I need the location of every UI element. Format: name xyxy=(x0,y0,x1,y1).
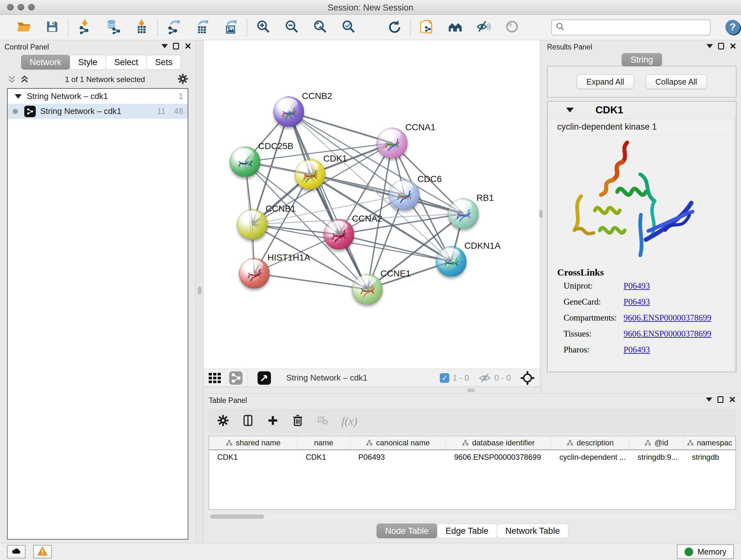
zoom-fit-button[interactable] xyxy=(311,18,329,37)
column-header[interactable]: description xyxy=(551,436,629,449)
network-node-ccne1[interactable]: CCNE1 xyxy=(352,274,383,305)
table-cell[interactable]: cyclin-dependent ... xyxy=(551,450,629,464)
expand-all-button[interactable]: Expand All xyxy=(577,74,634,89)
import-network-from-database-button[interactable] xyxy=(104,18,122,37)
hide-glasspane-button[interactable] xyxy=(475,18,492,37)
crosslink-link[interactable]: P06493 xyxy=(623,345,650,355)
zoom-out-button[interactable] xyxy=(283,18,300,37)
crosslink-link[interactable]: 9606.ENSP00000378699 xyxy=(623,313,711,323)
tab-edge-table[interactable]: Edge Table xyxy=(437,523,497,538)
collapse-all-networks-icon[interactable] xyxy=(20,75,29,84)
import-network-button[interactable] xyxy=(76,18,93,37)
tab-sets[interactable]: Sets xyxy=(146,55,181,70)
tab-style[interactable]: Style xyxy=(70,55,106,70)
crosslink-link[interactable]: P06493 xyxy=(623,281,650,291)
table-cell[interactable]: P06493 xyxy=(350,450,446,464)
table-cell[interactable]: CDK1 xyxy=(209,450,297,464)
crosslink-link[interactable]: 9606.ENSP00000378699 xyxy=(623,329,711,339)
tab-network-table[interactable]: Network Table xyxy=(497,523,569,538)
network-collection-row[interactable]: String Network – cdk1 1 xyxy=(8,89,188,104)
expand-all-networks-icon[interactable] xyxy=(7,75,17,84)
network-node-hist1h1a[interactable]: HIST1H1A xyxy=(239,258,270,289)
refresh-button[interactable] xyxy=(385,18,403,37)
collection-expand-icon[interactable] xyxy=(15,94,22,99)
network-node-ccnb2[interactable]: CCNB2 xyxy=(273,97,304,127)
column-header[interactable]: namespac xyxy=(684,436,736,449)
network-node-ccna2[interactable]: CCNA2 xyxy=(324,219,354,250)
network-options-gear-icon[interactable] xyxy=(178,73,188,85)
warnings-button[interactable] xyxy=(33,545,52,558)
tab-network[interactable]: Network xyxy=(21,55,70,70)
table-horizontal-scrollbar[interactable] xyxy=(209,513,736,520)
panel-collapse-icon[interactable] xyxy=(706,44,713,48)
network-node-cdc6[interactable]: CDC6 xyxy=(389,179,420,210)
open-session-button[interactable] xyxy=(15,18,32,37)
right-splitter[interactable] xyxy=(540,40,542,393)
zoom-in-button[interactable] xyxy=(254,18,272,37)
network-node-cdc25b[interactable]: CDC25B xyxy=(230,146,260,177)
delete-column-icon[interactable] xyxy=(292,415,304,428)
gene-collapse-icon[interactable] xyxy=(566,108,574,112)
network-edge[interactable] xyxy=(289,112,392,143)
zoom-selected-button[interactable] xyxy=(340,18,357,37)
toolbar-search[interactable] xyxy=(551,19,711,36)
node-table[interactable]: shared namenamecanonical namedatabase id… xyxy=(209,436,736,509)
column-header[interactable]: database identifier xyxy=(446,436,551,449)
panel-collapse-icon[interactable] xyxy=(706,397,712,401)
selected-checkbox-icon[interactable]: ✓ xyxy=(440,373,449,383)
network-node-cdk1[interactable]: CDK1 xyxy=(295,159,326,190)
export-table-button[interactable] xyxy=(193,18,211,37)
panel-close-icon[interactable]: ✕ xyxy=(184,43,192,50)
panel-collapse-icon[interactable] xyxy=(161,44,168,48)
panel-float-icon[interactable] xyxy=(173,43,179,50)
tab-string[interactable]: String xyxy=(622,53,662,66)
import-table-button[interactable] xyxy=(132,18,150,37)
left-splitter[interactable] xyxy=(195,40,204,543)
add-column-icon[interactable] xyxy=(267,415,279,428)
column-header[interactable]: canonical name xyxy=(350,436,446,449)
network-view-icon[interactable] xyxy=(229,371,243,385)
cloud-button[interactable] xyxy=(7,545,25,558)
network-node-cdkn1a[interactable]: CDKN1A xyxy=(436,246,467,277)
panel-close-icon[interactable]: ✕ xyxy=(729,43,737,50)
collapse-all-button[interactable]: Collapse All xyxy=(646,74,707,89)
hidden-eye-slash-icon[interactable] xyxy=(478,373,491,383)
network-node-rb1[interactable]: RB1 xyxy=(448,198,479,229)
network-node-ccna1[interactable]: CCNA1 xyxy=(377,128,408,159)
memory-button[interactable]: Memory xyxy=(677,544,734,559)
grid-view-icon[interactable] xyxy=(208,372,224,384)
network-canvas[interactable]: CCNB2CCNA1CDC25BCDK1CDC6RB1CCNB1CCNA2CDK… xyxy=(204,40,540,369)
stringify-document-button[interactable] xyxy=(418,18,435,37)
column-header[interactable]: shared name xyxy=(209,436,297,449)
panel-float-icon[interactable] xyxy=(718,396,724,403)
column-header[interactable]: name xyxy=(297,436,350,449)
network-edge[interactable] xyxy=(254,273,367,289)
table-cell[interactable]: 9606.ENSP00000378699 xyxy=(446,450,551,464)
show-columns-icon[interactable] xyxy=(242,415,254,428)
network-node-ccnb1[interactable]: CCNB1 xyxy=(237,209,268,240)
horizontal-splitter[interactable] xyxy=(204,387,540,393)
splitter-handle[interactable] xyxy=(467,388,475,392)
home-button[interactable] xyxy=(446,18,464,37)
birds-eye-view-icon[interactable] xyxy=(258,371,271,385)
column-header[interactable]: @id xyxy=(629,436,684,449)
network-row[interactable]: String Network – cdk1 1148 xyxy=(8,104,188,119)
table-row[interactable]: CDK1CDK1P064939606.ENSP00000378699cyclin… xyxy=(209,450,736,464)
crosslink-link[interactable]: P06493 xyxy=(623,297,650,307)
tab-node-table[interactable]: Node Table xyxy=(377,523,437,538)
export-network-button[interactable] xyxy=(165,18,183,37)
help-button[interactable]: ? xyxy=(725,19,741,36)
fit-selected-crosshair-icon[interactable] xyxy=(520,371,535,385)
search-input[interactable] xyxy=(568,23,705,32)
table-cell[interactable]: stringdb:9... xyxy=(629,450,684,464)
splitter-handle[interactable] xyxy=(198,287,201,294)
export-image-button[interactable] xyxy=(222,18,240,37)
table-cell[interactable]: CDK1 xyxy=(297,450,350,464)
table-settings-gear-icon[interactable] xyxy=(217,415,229,428)
panel-float-icon[interactable] xyxy=(718,43,724,50)
save-session-button[interactable] xyxy=(43,18,61,37)
panel-close-icon[interactable]: ✕ xyxy=(729,396,736,403)
scrollbar-thumb[interactable] xyxy=(210,514,264,519)
show-glasspane-button[interactable] xyxy=(503,18,521,37)
tab-select[interactable]: Select xyxy=(106,55,147,70)
